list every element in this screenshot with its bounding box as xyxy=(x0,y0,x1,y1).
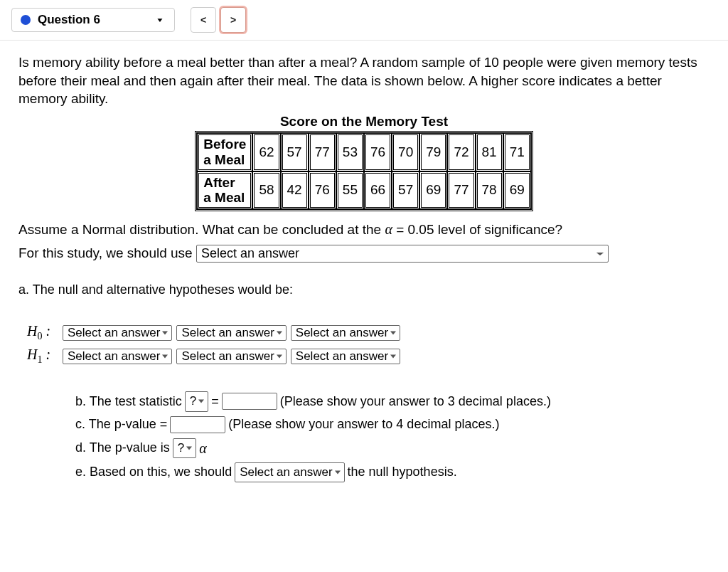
pvalue-input[interactable] xyxy=(170,416,225,433)
part-a-intro: a. The null and alternative hypotheses w… xyxy=(18,282,710,297)
alpha-symbol: α xyxy=(385,221,392,237)
cell: 58 xyxy=(252,171,280,210)
h1-row: H1 : Select an answer Select an answer S… xyxy=(18,346,710,366)
caret-down-icon: ▼ xyxy=(156,16,164,23)
question-selector[interactable]: Question 6 ▼ xyxy=(11,8,175,32)
cell: 57 xyxy=(281,133,309,171)
cell: 53 xyxy=(336,133,364,171)
prev-button[interactable]: < xyxy=(191,7,216,33)
h1-param-select[interactable]: Select an answer xyxy=(63,349,172,364)
cell: 76 xyxy=(364,133,392,171)
content-area: Is memory ability before a meal better t… xyxy=(0,41,728,502)
h0-op-select[interactable]: Select an answer xyxy=(176,325,286,341)
cell: 55 xyxy=(336,171,364,210)
cell: 77 xyxy=(309,133,336,171)
study-type-select[interactable]: Select an answer xyxy=(196,245,609,263)
part-d: d. The p-value is ? α xyxy=(75,438,710,460)
question-label: Question 6 xyxy=(38,13,149,27)
hypotheses-block: H0 : Select an answer Select an answer S… xyxy=(18,323,710,366)
study-line: For this study, we should use Select an … xyxy=(18,245,710,263)
part-e: e. Based on this, we should Select an an… xyxy=(75,462,710,482)
h0-value-select[interactable]: Select an answer xyxy=(291,325,400,341)
row-header-after: Aftera Meal xyxy=(197,171,252,210)
cell: 57 xyxy=(392,171,419,210)
h0-row: H0 : Select an answer Select an answer S… xyxy=(18,323,710,342)
cell: 81 xyxy=(476,133,503,171)
table-title: Score on the Memory Test xyxy=(18,114,710,129)
question-prompt: Is memory ability before a meal better t… xyxy=(18,53,708,108)
cell: 66 xyxy=(364,171,392,210)
sub-parts: b. The test statistic ? = (Please show y… xyxy=(75,391,710,482)
data-table-wrap: Beforea Meal 62 57 77 53 76 70 79 72 81 … xyxy=(18,131,710,211)
part-c: c. The p-value = (Please show your answe… xyxy=(75,415,710,435)
decision-select[interactable]: Select an answer xyxy=(235,462,344,482)
cell: 71 xyxy=(503,133,531,171)
cell: 62 xyxy=(252,133,280,171)
cell: 72 xyxy=(447,133,475,171)
h1-label: H1 : xyxy=(27,346,58,366)
row-header-before: Beforea Meal xyxy=(197,133,252,171)
table-row: Beforea Meal 62 57 77 53 76 70 79 72 81 … xyxy=(197,133,531,171)
h0-label: H0 : xyxy=(27,323,58,342)
header-bar: Question 6 ▼ < > xyxy=(0,0,728,41)
chevron-right-icon: > xyxy=(230,14,236,26)
next-button[interactable]: > xyxy=(220,7,246,33)
cell: 76 xyxy=(309,171,336,210)
alpha-symbol-d: α xyxy=(199,438,207,460)
h0-param-select[interactable]: Select an answer xyxy=(63,325,172,341)
chevron-left-icon: < xyxy=(200,14,206,26)
cell: 77 xyxy=(447,171,475,210)
cell: 42 xyxy=(281,171,309,210)
part-b: b. The test statistic ? = (Please show y… xyxy=(75,391,710,411)
table-row: Aftera Meal 58 42 76 55 66 57 69 77 78 6… xyxy=(197,171,531,210)
status-dot-icon xyxy=(21,15,31,25)
cell: 78 xyxy=(476,171,503,210)
test-stat-symbol-select[interactable]: ? xyxy=(185,391,208,411)
cell: 79 xyxy=(419,133,447,171)
cell: 69 xyxy=(503,171,531,210)
h1-value-select[interactable]: Select an answer xyxy=(291,349,400,364)
h1-op-select[interactable]: Select an answer xyxy=(176,349,286,364)
data-table: Beforea Meal 62 57 77 53 76 70 79 72 81 … xyxy=(195,131,533,211)
cell: 70 xyxy=(392,133,419,171)
cell: 69 xyxy=(419,171,447,210)
assume-line: Assume a Normal distribution. What can b… xyxy=(18,221,710,238)
test-stat-input[interactable] xyxy=(222,393,277,410)
pvalue-compare-select[interactable]: ? xyxy=(173,438,196,458)
